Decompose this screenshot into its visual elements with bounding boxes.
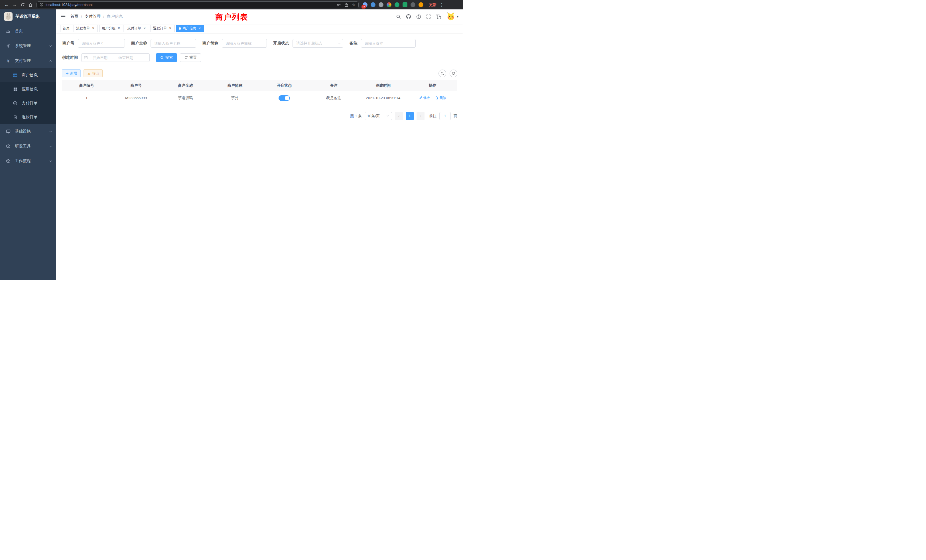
sidebar-item-label: 工作流程 bbox=[15, 159, 31, 163]
sidebar-item-pay-order[interactable]: 支付订单 bbox=[0, 96, 56, 110]
goto-page-input[interactable] bbox=[439, 112, 451, 120]
tab-process-form[interactable]: 流程表单 × bbox=[74, 25, 98, 32]
breadcrumb-payment[interactable]: 支付管理 bbox=[85, 14, 101, 19]
close-icon[interactable]: × bbox=[117, 27, 121, 30]
prev-page-button[interactable]: ‹ bbox=[395, 112, 403, 120]
start-date-input[interactable] bbox=[89, 56, 111, 60]
refresh-table-button[interactable] bbox=[449, 70, 457, 77]
share-icon[interactable] bbox=[344, 3, 348, 7]
close-icon[interactable]: × bbox=[91, 27, 95, 30]
cell-short-name: 芋艿 bbox=[210, 91, 259, 105]
box-icon bbox=[6, 159, 11, 163]
cell-create-time: 2021-10-23 08:31:14 bbox=[359, 91, 408, 105]
end-date-input[interactable] bbox=[115, 56, 137, 60]
tab-user-group[interactable]: 用户分组 × bbox=[99, 25, 123, 32]
refresh-icon bbox=[184, 56, 188, 60]
sidebar-item-infrastructure[interactable]: 基础设施 bbox=[0, 124, 56, 139]
hamburger-icon[interactable] bbox=[61, 14, 66, 19]
github-icon[interactable] bbox=[406, 14, 411, 19]
trash-icon bbox=[435, 96, 439, 100]
search-button[interactable]: 搜索 bbox=[156, 53, 177, 62]
pen-icon bbox=[419, 96, 422, 100]
browser-reload-icon[interactable] bbox=[19, 1, 26, 9]
extension-orange-icon[interactable] bbox=[419, 2, 424, 7]
user-avatar[interactable]: ▾ bbox=[446, 12, 458, 21]
sidebar-item-workflow[interactable]: 工作流程 bbox=[0, 154, 56, 168]
tab-home[interactable]: 首页 bbox=[60, 25, 72, 32]
tab-label: 退款订单 bbox=[153, 26, 167, 31]
sidebar-item-payment[interactable]: ¥ 支付管理 bbox=[0, 53, 56, 68]
full-name-input[interactable] bbox=[151, 39, 196, 48]
tab-label: 用户分组 bbox=[102, 26, 115, 31]
toggle-search-button[interactable] bbox=[439, 70, 446, 77]
sidebar-item-home[interactable]: 首页 bbox=[0, 24, 56, 38]
tags-view: 首页 流程表单 × 用户分组 × 支付订单 × 退款订单 × bbox=[56, 24, 463, 33]
extension-dark-puzzle-icon[interactable] bbox=[410, 2, 415, 7]
merchant-no-input[interactable] bbox=[78, 39, 125, 48]
cell-merchant-id: 1 bbox=[62, 91, 111, 105]
browser-menu-icon[interactable]: ⋮ bbox=[439, 3, 444, 7]
close-icon[interactable]: × bbox=[168, 27, 172, 30]
export-button[interactable]: 导出 bbox=[83, 69, 103, 77]
extension-drop-icon[interactable] bbox=[371, 2, 375, 7]
create-time-label: 创建时间 bbox=[62, 55, 81, 60]
chevron-down-icon bbox=[49, 145, 52, 148]
extension-gray-icon[interactable] bbox=[378, 2, 383, 7]
document-icon bbox=[12, 115, 18, 119]
remark-input[interactable] bbox=[361, 39, 416, 48]
pagination-total: 共 1 条 bbox=[350, 114, 362, 119]
sidebar-item-merchant-info[interactable]: 商户信息 bbox=[0, 68, 56, 82]
extension-multicolor-icon[interactable] bbox=[387, 2, 392, 7]
tab-pay-order[interactable]: 支付订单 × bbox=[125, 25, 149, 32]
reset-button[interactable]: 重置 bbox=[180, 53, 201, 62]
page-number-button[interactable]: 1 bbox=[406, 112, 414, 120]
browser-back-icon[interactable]: ← bbox=[3, 1, 10, 9]
browser-home-icon[interactable] bbox=[27, 1, 34, 9]
url-bar[interactable]: localhost:1024/pay/merchant ☆ bbox=[36, 2, 359, 8]
avatar-pikachu-icon bbox=[446, 12, 455, 21]
app-logo[interactable]: 芋道管理系统 bbox=[0, 9, 56, 24]
sidebar-item-system[interactable]: 系统管理 bbox=[0, 38, 56, 53]
extension-green-circle-icon[interactable] bbox=[395, 2, 399, 7]
sidebar-item-dev-tools[interactable]: 研发工具 bbox=[0, 139, 56, 154]
sidebar-item-app-info[interactable]: 应用信息 bbox=[0, 82, 56, 96]
breadcrumb: 首页 / 支付管理 / 商户信息 bbox=[70, 14, 123, 19]
fullscreen-icon[interactable] bbox=[426, 14, 431, 19]
status-select[interactable]: 请选择开启状态 bbox=[292, 39, 343, 48]
add-button[interactable]: 新增 bbox=[62, 69, 81, 77]
cell-remark: 我是备注 bbox=[309, 91, 359, 105]
sidebar-menu: 首页 系统管理 ¥ 支付管理 商户信息 应用信息 bbox=[0, 24, 56, 168]
page-size-select[interactable]: 10条/页 bbox=[365, 112, 392, 120]
tab-label: 支付订单 bbox=[127, 26, 141, 31]
breadcrumb-home[interactable]: 首页 bbox=[70, 14, 79, 19]
cell-full-name: 芋道源码 bbox=[161, 91, 210, 105]
font-size-icon[interactable] bbox=[436, 15, 441, 19]
merchant-no-label: 商户号 bbox=[62, 41, 78, 46]
help-icon[interactable] bbox=[416, 14, 421, 19]
close-icon[interactable]: × bbox=[142, 27, 147, 30]
create-time-range-picker[interactable]: - bbox=[81, 53, 150, 62]
chevron-down-icon bbox=[338, 42, 341, 45]
delete-button[interactable]: 删除 bbox=[435, 95, 446, 100]
browser-forward-icon[interactable]: → bbox=[11, 1, 18, 9]
short-name-label: 商户简称 bbox=[203, 41, 222, 46]
status-toggle[interactable] bbox=[278, 95, 290, 101]
tab-refund-order[interactable]: 退款订单 × bbox=[151, 25, 175, 32]
search-icon[interactable] bbox=[396, 14, 401, 19]
password-key-icon[interactable] bbox=[337, 3, 341, 7]
sidebar-item-refund-order[interactable]: 退款订单 bbox=[0, 110, 56, 124]
caret-down-icon: ▾ bbox=[457, 15, 458, 18]
plus-icon bbox=[65, 72, 69, 75]
chevron-down-icon bbox=[49, 160, 52, 163]
site-info-icon[interactable] bbox=[39, 3, 43, 6]
bookmark-star-icon[interactable]: ☆ bbox=[352, 3, 356, 7]
extension-puzzle-icon[interactable]: 10 bbox=[363, 2, 368, 7]
browser-update-button[interactable]: 更新 bbox=[429, 2, 436, 8]
next-page-button[interactable]: › bbox=[416, 112, 425, 120]
close-icon[interactable]: × bbox=[198, 27, 201, 30]
cell-status bbox=[260, 91, 309, 105]
edit-button[interactable]: 修改 bbox=[419, 95, 430, 100]
extension-green-square-icon[interactable] bbox=[402, 2, 407, 7]
tab-merchant-info[interactable]: 商户信息 × bbox=[176, 25, 204, 32]
short-name-input[interactable] bbox=[222, 39, 267, 48]
